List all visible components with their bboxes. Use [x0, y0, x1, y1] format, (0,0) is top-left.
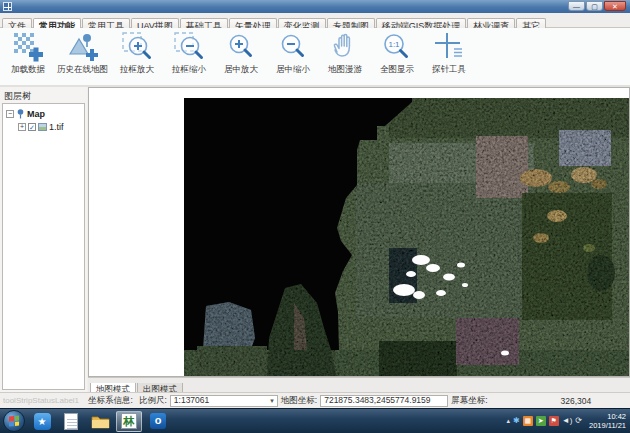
map-pin-icon — [16, 109, 25, 119]
show-hidden-icons-button[interactable]: ▴ — [507, 417, 511, 425]
tray-green-icon[interactable]: ➤ — [536, 416, 546, 426]
toolbar-history-online-map-button[interactable]: 历史在线地图 — [54, 30, 111, 77]
layer-visibility-checkbox[interactable]: ✓ — [28, 123, 36, 131]
toolbar-button-label: 地图漫游 — [328, 64, 362, 76]
toolbar-box-zoom-in-button[interactable]: 拉框放大 — [111, 30, 163, 77]
title-bar: — ▢ ✕ — [0, 0, 630, 14]
windows-logo-icon — [9, 415, 19, 426]
ribbon-toolbar: 加载数据历史在线地图拉框放大拉框缩小居中放大居中缩小地图漫游1:1全图显示探针工… — [0, 28, 630, 87]
tray-volume-icon[interactable]: ◄) — [562, 416, 573, 426]
status-bar: toolStripStatusLabel1 坐标系信息: 比例尺: 1:1370… — [0, 392, 630, 408]
toolbar-load-data-button[interactable]: 加载数据 — [2, 30, 54, 77]
taskbar-apps: ★林o — [29, 411, 171, 432]
tree-expander-icon[interactable]: + — [18, 123, 26, 131]
svg-text:1:1: 1:1 — [388, 40, 400, 49]
toolbar-button-label: 加载数据 — [11, 64, 45, 76]
windows-taskbar: ★林o ▴ ✱▦➤⚑◄)⟳ 10:42 2019/11/21 — [0, 408, 630, 433]
toolbar-button-label: 全图显示 — [380, 64, 414, 76]
tray-sync-icon[interactable]: ⟳ — [575, 416, 582, 426]
layer-panel: 图层树 −Map+✓1.tif — [0, 87, 87, 392]
layer-tree: −Map+✓1.tif — [2, 103, 85, 390]
toolbar-button-label: 居中放大 — [224, 64, 258, 76]
toolbar-button-label: 拉框放大 — [120, 64, 154, 76]
chevron-down-icon[interactable]: ▾ — [270, 395, 274, 406]
taskbar-button-star-messenger-app[interactable]: ★ — [29, 411, 55, 432]
probe-tool-icon — [433, 31, 465, 63]
toolbar-box-zoom-out-button[interactable]: 拉框缩小 — [163, 30, 215, 77]
scale-combobox[interactable]: 1:137061 ▾ — [170, 395, 278, 407]
tray-icons: ✱▦➤⚑◄)⟳ — [513, 416, 582, 426]
toolbar-center-zoom-in-button[interactable]: 居中放大 — [215, 30, 267, 77]
map-coord-field[interactable]: 721875.3483,2455774.9159 — [320, 395, 448, 407]
taskbar-button-explorer-folder-app[interactable] — [87, 411, 113, 432]
start-button[interactable] — [3, 410, 25, 432]
crs-label: 坐标系信息: — [88, 395, 133, 407]
layer-panel-title: 图层树 — [0, 87, 87, 103]
taskbar-button-forest-gis-app[interactable]: 林 — [116, 411, 142, 432]
toolbar-center-zoom-out-button[interactable]: 居中缩小 — [267, 30, 319, 77]
screen-coord-label: 屏幕坐标: — [451, 395, 487, 407]
map-raster — [89, 88, 630, 377]
maximize-button[interactable]: ▢ — [586, 1, 603, 11]
close-button[interactable]: ✕ — [604, 1, 626, 11]
system-tray: ▴ ✱▦➤⚑◄)⟳ 10:42 2019/11/21 — [507, 412, 630, 430]
layer-tree-node-Map[interactable]: −Map — [6, 107, 84, 120]
status-strip-label: toolStripStatusLabel1 — [3, 396, 79, 405]
tree-expander-icon[interactable]: − — [6, 110, 14, 118]
app-grid-icon — [3, 2, 12, 11]
map-mode-tabs: 地图模式出图模式 — [88, 377, 630, 392]
tray-snowflake-icon[interactable]: ✱ — [513, 416, 520, 426]
map-canvas[interactable] — [88, 87, 630, 377]
taskbar-button-notepad-app[interactable] — [58, 411, 84, 432]
toolbar-full-extent-button[interactable]: 1:1全图显示 — [371, 30, 423, 77]
minimize-button[interactable]: — — [568, 1, 585, 11]
layer-node-label: 1.tif — [49, 122, 64, 132]
toolbar-button-label: 探针工具 — [432, 64, 466, 76]
pan-hand-icon — [329, 31, 361, 63]
load-data-icon — [12, 31, 44, 63]
toolbar-button-label: 居中缩小 — [276, 64, 310, 76]
box-zoom-in-icon — [121, 31, 153, 63]
box-zoom-out-icon — [173, 31, 205, 63]
taskbar-button-capture-app[interactable]: o — [145, 411, 171, 432]
center-zoom-out-icon — [277, 31, 309, 63]
toolbar-pan-hand-button[interactable]: 地图漫游 — [319, 30, 371, 77]
layer-tree-node-1.tif[interactable]: +✓1.tif — [18, 120, 84, 133]
screen-coord-value: 326,304 — [561, 396, 592, 406]
layer-node-label: Map — [27, 109, 45, 119]
toolbar-button-label: 拉框缩小 — [172, 64, 206, 76]
menu-tabs: 文件常用功能常用工具UAV拼图基础工具矢量处理变化监测专题制图移动端GIS数据处… — [0, 13, 630, 28]
center-zoom-in-icon — [225, 31, 257, 63]
map-coord-label: 地图坐标: — [281, 395, 317, 407]
toolbar-probe-tool-button[interactable]: 探针工具 — [423, 30, 475, 77]
tray-flag-icon[interactable]: ⚑ — [549, 416, 559, 426]
taskbar-clock[interactable]: 10:42 2019/11/21 — [589, 412, 626, 430]
raster-thumbnail-icon — [38, 123, 47, 131]
scale-label: 比例尺: — [139, 395, 167, 407]
full-extent-icon: 1:1 — [381, 31, 413, 63]
toolbar-button-label: 历史在线地图 — [57, 64, 108, 76]
tray-grid-icon[interactable]: ▦ — [523, 416, 533, 426]
history-online-map-icon — [67, 31, 99, 63]
